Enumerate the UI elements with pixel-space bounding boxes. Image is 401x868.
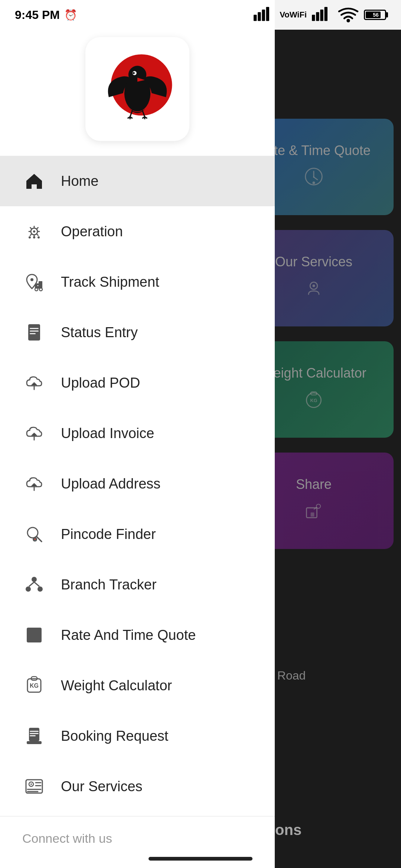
sidebar-item-upload-pod-label: Upload POD <box>61 375 140 391</box>
battery-level: 56 <box>366 12 386 18</box>
upload-invoice-icon <box>22 421 46 445</box>
svg-line-50 <box>34 582 39 586</box>
pincode-finder-icon: 📍 <box>22 522 46 546</box>
svg-rect-16 <box>266 7 269 21</box>
vo-wifi-label: VoWiFi <box>280 10 307 20</box>
svg-rect-19 <box>320 10 323 21</box>
booking-request-icon <box>22 724 46 748</box>
sidebar-item-operation[interactable]: Operation <box>0 206 275 257</box>
home-bar <box>149 857 252 861</box>
svg-rect-51 <box>27 628 42 642</box>
sidebar-item-our-services-label: Our Services <box>61 779 143 795</box>
branch-tracker-icon <box>22 573 46 596</box>
alarm-icon: ⏰ <box>64 9 77 21</box>
sidebar-item-track-shipment[interactable]: Track Shipment <box>0 257 275 307</box>
svg-rect-34 <box>39 281 42 285</box>
weight-calculator-icon: KG <box>22 674 46 697</box>
sidebar-item-weight-calculator-label: Weight Calculator <box>61 678 172 694</box>
battery-icon: 56 <box>364 10 386 20</box>
svg-point-29 <box>29 236 31 239</box>
time-display: 9:45 PM <box>15 8 60 22</box>
svg-point-28 <box>33 230 35 233</box>
svg-text:KG: KG <box>30 683 39 689</box>
rate-time-quote-icon <box>22 623 46 647</box>
sidebar-item-pincode-finder[interactable]: 📍 Pincode Finder <box>0 509 275 559</box>
svg-rect-39 <box>30 328 39 329</box>
our-services-icon <box>22 775 46 798</box>
svg-rect-13 <box>254 15 257 21</box>
connect-with-us-text: Connect with us <box>22 831 112 845</box>
svg-rect-58 <box>30 733 39 734</box>
sidebar-item-weight-calculator[interactable]: KG Weight Calculator <box>0 660 275 711</box>
sidebar-item-home-label: Home <box>61 173 98 189</box>
svg-rect-57 <box>30 731 39 732</box>
svg-point-26 <box>133 72 135 74</box>
status-entry-icon <box>22 320 46 344</box>
svg-rect-38 <box>28 324 40 341</box>
svg-point-30 <box>33 236 35 239</box>
svg-point-37 <box>38 285 39 286</box>
svg-rect-59 <box>30 735 36 736</box>
sidebar-item-status-entry-label: Status Entry <box>61 325 138 341</box>
upload-address-icon <box>22 472 46 496</box>
svg-rect-40 <box>30 331 39 332</box>
svg-rect-41 <box>30 333 36 334</box>
svg-point-36 <box>39 288 42 291</box>
navigation-drawer: Home Operation <box>0 0 275 868</box>
svg-point-32 <box>30 278 33 281</box>
sidebar-item-pincode-finder-label: Pincode Finder <box>61 526 156 542</box>
sidebar-item-upload-invoice-label: Upload Invoice <box>61 425 154 441</box>
upload-pod-icon <box>22 371 46 395</box>
svg-point-31 <box>38 236 40 239</box>
svg-line-43 <box>36 536 42 542</box>
svg-rect-18 <box>316 12 319 21</box>
sidebar-item-upload-address[interactable]: Upload Address <box>0 458 275 509</box>
sidebar-item-upload-invoice[interactable]: Upload Invoice <box>0 408 275 458</box>
sidebar-item-our-services[interactable]: Our Services <box>0 761 275 812</box>
sidebar-item-upload-address-label: Upload Address <box>61 476 160 492</box>
sidebar-item-rate-time-quote-label: Rate And Time Quote <box>61 627 196 643</box>
sidebar-item-operation-label: Operation <box>61 224 123 240</box>
svg-rect-17 <box>312 15 315 21</box>
svg-point-47 <box>26 586 31 592</box>
svg-rect-14 <box>258 12 261 21</box>
sidebar-item-booking-request[interactable]: Booking Request <box>0 711 275 761</box>
track-shipment-icon <box>22 270 46 294</box>
sidebar-item-branch-tracker[interactable]: Branch Tracker <box>0 559 275 610</box>
svg-rect-56 <box>27 741 42 744</box>
status-time: 9:45 PM ⏰ <box>15 8 77 22</box>
app-logo <box>97 48 178 130</box>
operation-icon <box>22 220 46 243</box>
svg-point-21 <box>346 19 350 22</box>
signal-bars-icon <box>254 3 274 26</box>
wifi-icon <box>338 3 359 26</box>
sidebar-item-rate-time-quote[interactable]: Rate And Time Quote <box>0 610 275 660</box>
sidebar-item-status-entry[interactable]: Status Entry <box>0 307 275 358</box>
status-icons: VoWiFi 56 <box>254 3 386 26</box>
logo-container <box>85 37 189 141</box>
sidebar-item-upload-pod[interactable]: Upload POD <box>0 358 275 408</box>
signal-bars-2-icon <box>312 3 333 26</box>
svg-line-49 <box>29 582 34 586</box>
sidebar-item-track-shipment-label: Track Shipment <box>61 274 159 290</box>
sidebar-item-home[interactable]: Home <box>0 156 275 206</box>
svg-rect-15 <box>262 10 265 21</box>
sidebar-item-branch-tracker-label: Branch Tracker <box>61 577 157 593</box>
status-bar: 9:45 PM ⏰ VoWiFi <box>0 0 401 30</box>
drawer-menu: Home Operation <box>0 156 275 816</box>
home-icon <box>22 169 46 193</box>
svg-point-35 <box>35 288 38 291</box>
svg-point-46 <box>32 577 37 582</box>
svg-text:📍: 📍 <box>33 538 37 542</box>
svg-point-48 <box>38 586 43 592</box>
svg-rect-55 <box>29 728 39 741</box>
svg-point-62 <box>30 783 32 785</box>
sidebar-item-booking-request-label: Booking Request <box>61 728 168 744</box>
svg-rect-20 <box>325 7 327 21</box>
